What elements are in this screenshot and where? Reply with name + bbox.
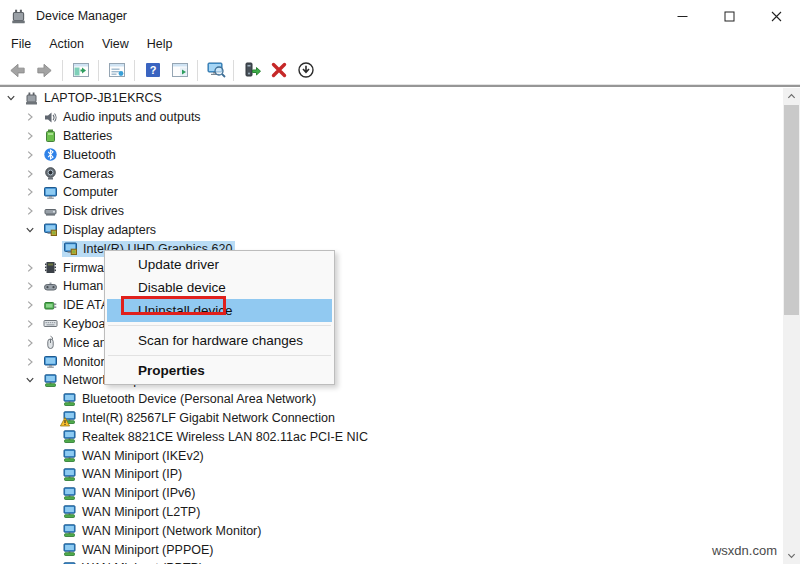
tree-row-wan-miniport-network-monitor[interactable]: WAN Miniport (Network Monitor) — [0, 521, 800, 540]
action-pane-button[interactable] — [166, 58, 193, 83]
tree-item-label: WAN Miniport (IP) — [82, 466, 185, 482]
menu-help[interactable]: Help — [138, 34, 182, 54]
context-menu: Update driverDisable deviceUninstall dev… — [104, 250, 335, 385]
network-adapter-icon — [62, 410, 77, 425]
chevron-right-icon[interactable] — [25, 318, 43, 330]
scrollbar-thumb[interactable] — [784, 105, 799, 315]
chevron-right-icon[interactable] — [25, 149, 43, 161]
tree-row-cameras[interactable]: Cameras — [0, 164, 800, 183]
chevron-right-icon[interactable] — [25, 337, 43, 349]
watermark: wsxdn.com — [712, 543, 777, 558]
camera-icon — [43, 166, 58, 181]
chevron-right-icon[interactable] — [25, 186, 43, 198]
chevron-right-icon[interactable] — [25, 262, 43, 274]
close-icon — [771, 11, 782, 22]
tree-item-label: Computer — [63, 184, 121, 200]
help-button[interactable]: ? — [139, 58, 166, 83]
show-console-tree-button[interactable] — [67, 58, 94, 83]
menu-action[interactable]: Action — [40, 34, 93, 54]
chevron-right-icon[interactable] — [25, 299, 43, 311]
firmware-icon — [43, 260, 58, 275]
chevron-down-icon[interactable] — [25, 374, 43, 386]
disable-icon — [297, 61, 315, 79]
tree-row-wan-miniport-ip[interactable]: WAN Miniport (IP) — [0, 465, 800, 484]
chevron-down-icon[interactable] — [25, 224, 43, 236]
context-menu-item-label: Disable device — [138, 280, 226, 295]
forward-button[interactable] — [31, 58, 58, 83]
maximize-button[interactable] — [706, 0, 753, 32]
back-icon — [8, 61, 27, 80]
tree-row-wan-miniport-pptp[interactable]: WAN Miniport (PPTP) — [0, 559, 800, 564]
help-icon: ? — [144, 61, 162, 79]
hid-icon — [43, 279, 58, 294]
network-adapter-icon — [62, 448, 77, 463]
tree-item-label: Disk drives — [63, 203, 127, 219]
chevron-right-icon[interactable] — [25, 356, 43, 368]
update-driver-button[interactable] — [238, 58, 265, 83]
toolbar-separator — [98, 60, 99, 81]
tree-item-label: WAN Miniport (PPPOE) — [82, 542, 217, 558]
tree-item-label: LAPTOP-JB1EKRCS — [44, 90, 165, 106]
display-adapter-icon — [43, 222, 58, 237]
tree-item-label: Batteries — [63, 128, 115, 144]
context-menu-item-scan-for-hardware-changes[interactable]: Scan for hardware changes — [107, 329, 332, 352]
audio-icon — [43, 110, 58, 125]
tree-item-label: Bluetooth Device (Personal Area Network) — [82, 391, 319, 407]
chevron-spacer — [44, 544, 62, 556]
tree-row-bluetooth-device-personal-area-network[interactable]: Bluetooth Device (Personal Area Network) — [0, 390, 800, 409]
tree-row-realtek-8821ce-wireless-lan-802-11ac-pci-e-nic[interactable]: Realtek 8821CE Wireless LAN 802.11ac PCI… — [0, 427, 800, 446]
toolbar-separator — [62, 60, 63, 81]
chevron-right-icon[interactable] — [25, 280, 43, 292]
uninstall-button[interactable] — [265, 58, 292, 83]
network-adapter-icon — [62, 504, 77, 519]
chevron-right-icon[interactable] — [25, 168, 43, 180]
tree-row-intel-r-82567lf-gigabit-network-connection[interactable]: Intel(R) 82567LF Gigabit Network Connect… — [0, 409, 800, 428]
tree-row-batteries[interactable]: Batteries — [0, 127, 800, 146]
keyboard-icon — [43, 316, 58, 331]
chevron-right-icon[interactable] — [25, 111, 43, 123]
warning-icon — [60, 417, 70, 427]
tree-row-laptop-jb1ekrcs[interactable]: LAPTOP-JB1EKRCS — [0, 89, 800, 108]
back-button[interactable] — [4, 58, 31, 83]
scan-hardware-button[interactable] — [202, 58, 229, 83]
tree-row-disk-drives[interactable]: Disk drives — [0, 202, 800, 221]
tree-row-wan-miniport-ipv6[interactable]: WAN Miniport (IPv6) — [0, 484, 800, 503]
tree-item-label: WAN Miniport (L2TP) — [82, 504, 203, 520]
titlebar: Device Manager — [0, 0, 800, 32]
tree-row-wan-miniport-l2tp[interactable]: WAN Miniport (L2TP) — [0, 503, 800, 522]
properties-button[interactable] — [103, 58, 130, 83]
chevron-right-icon[interactable] — [25, 130, 43, 142]
update-driver-icon — [243, 61, 261, 79]
tree-row-display-adapters[interactable]: Display adapters — [0, 221, 800, 240]
network-adapter-icon — [62, 467, 77, 482]
tree-item-label: Bluetooth — [63, 147, 119, 163]
close-button[interactable] — [753, 0, 800, 32]
menu-view[interactable]: View — [93, 34, 138, 54]
minimize-button[interactable] — [659, 0, 706, 32]
context-menu-item-label: Properties — [138, 363, 205, 378]
network-adapter-icon — [62, 523, 77, 538]
toolbar-separator — [197, 60, 198, 81]
display-adapter-icon — [63, 241, 78, 256]
chevron-down-icon[interactable] — [6, 92, 24, 104]
chevron-spacer — [44, 243, 62, 255]
context-menu-item-properties[interactable]: Properties — [107, 359, 332, 382]
menu-file[interactable]: File — [2, 34, 40, 54]
context-menu-item-update-driver[interactable]: Update driver — [107, 253, 332, 276]
window-title: Device Manager — [36, 9, 127, 23]
vertical-scrollbar[interactable] — [783, 88, 800, 564]
tree-row-audio-inputs-and-outputs[interactable]: Audio inputs and outputs — [0, 108, 800, 127]
network-adapter-icon — [62, 392, 77, 407]
mouse-icon — [43, 335, 58, 350]
tree-row-wan-miniport-pppoe[interactable]: WAN Miniport (PPPOE) — [0, 540, 800, 559]
monitor-icon — [43, 354, 58, 369]
device-manager-window: Device Manager FileActionViewHelp ? LAPT… — [0, 0, 800, 564]
chevron-right-icon[interactable] — [25, 205, 43, 217]
tree-row-computer[interactable]: Computer — [0, 183, 800, 202]
scroll-down-button[interactable] — [783, 547, 800, 564]
tree-row-wan-miniport-ikev2[interactable]: WAN Miniport (IKEv2) — [0, 446, 800, 465]
disable-button[interactable] — [292, 58, 319, 83]
chevron-spacer — [44, 506, 62, 518]
scroll-up-button[interactable] — [783, 88, 800, 105]
tree-row-bluetooth[interactable]: Bluetooth — [0, 145, 800, 164]
